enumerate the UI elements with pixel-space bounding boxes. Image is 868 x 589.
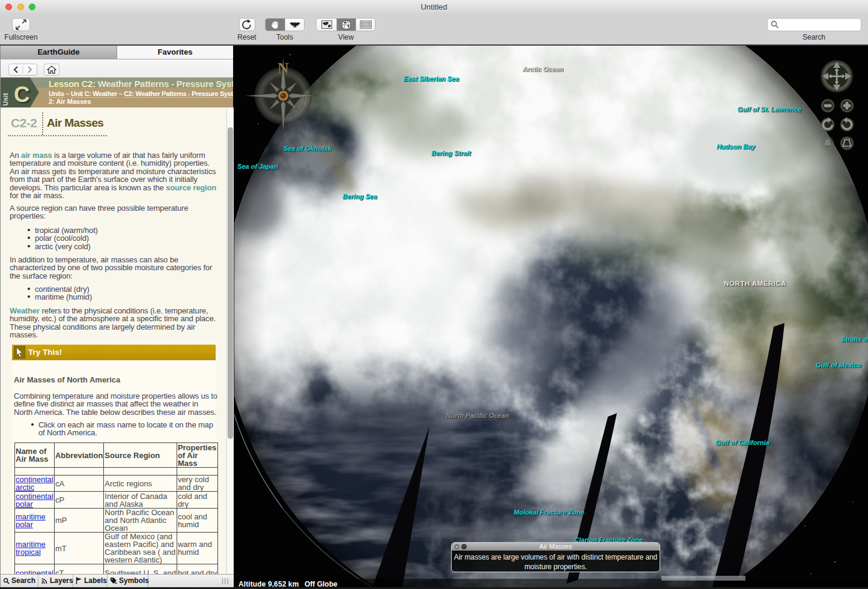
svg-text:N: N [278,59,289,77]
svg-text:C: C [14,82,30,107]
svg-text:Unit: Unit [2,92,9,106]
